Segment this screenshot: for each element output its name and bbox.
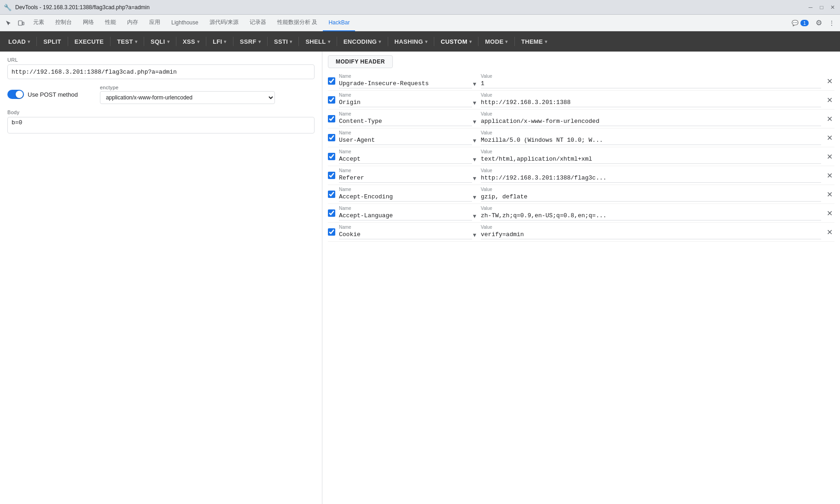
header-name-input-4[interactable]	[339, 155, 472, 164]
header-name-input-3[interactable]	[339, 136, 472, 145]
svg-rect-0	[18, 21, 22, 25]
header-name-dropdown-7[interactable]: ▾	[472, 212, 477, 220]
hashing-button[interactable]: HASHING ▾	[390, 34, 432, 49]
header-name-dropdown-6[interactable]: ▾	[472, 193, 477, 201]
header-checkbox-8[interactable]	[328, 228, 335, 236]
test-button[interactable]: TEST ▾	[112, 34, 142, 49]
header-value-input-3[interactable]	[481, 136, 821, 145]
theme-button[interactable]: THEME ▾	[517, 34, 552, 49]
load-button[interactable]: LOAD ▾	[4, 34, 35, 49]
execute-button[interactable]: EXECUTE	[70, 34, 109, 49]
header-name-dropdown-2[interactable]: ▾	[472, 118, 477, 125]
custom-button[interactable]: CUSTOM ▾	[436, 34, 476, 49]
settings-button[interactable]: ⚙	[812, 17, 825, 29]
header-checkbox-1[interactable]	[328, 96, 335, 104]
header-name-label-2: Name	[339, 111, 477, 116]
header-row: Name ▾ Value ✕	[328, 185, 834, 204]
header-name-input-2[interactable]	[339, 117, 472, 126]
header-delete-button-3[interactable]: ✕	[825, 133, 834, 142]
device-icon[interactable]	[15, 17, 28, 29]
minimize-button[interactable]: ─	[807, 4, 814, 11]
close-button[interactable]: ✕	[829, 4, 836, 11]
header-name-dropdown-8[interactable]: ▾	[472, 231, 477, 238]
more-options-icon[interactable]: ⋮	[825, 17, 838, 29]
tab-console[interactable]: 控制台	[50, 15, 77, 31]
header-name-input-1[interactable]	[339, 98, 472, 107]
header-checkbox-5[interactable]	[328, 172, 335, 179]
tab-recorder[interactable]: 记录器	[244, 15, 272, 31]
header-delete-button-4[interactable]: ✕	[825, 152, 834, 161]
enctype-select[interactable]: application/x-www-form-urlencoded multip…	[100, 91, 275, 104]
header-name-col-1: Name ▾	[339, 93, 477, 107]
ssrf-arrow-icon: ▾	[258, 39, 261, 44]
header-value-input-2[interactable]	[481, 117, 821, 126]
post-toggle[interactable]	[7, 90, 24, 99]
header-value-input-4[interactable]	[481, 155, 821, 164]
header-value-input-8[interactable]	[481, 230, 821, 239]
ssti-button[interactable]: SSTI ▾	[269, 34, 297, 49]
header-name-input-6[interactable]	[339, 192, 472, 202]
sqli-button[interactable]: SQLI ▾	[146, 34, 174, 49]
header-name-input-0[interactable]	[339, 79, 472, 88]
header-checkbox-7[interactable]	[328, 209, 335, 217]
toolbar-separator-6	[206, 37, 206, 46]
header-name-col-8: Name ▾	[339, 225, 477, 239]
header-delete-button-2[interactable]: ✕	[825, 115, 834, 123]
title-bar-controls: ─ □ ✕	[807, 4, 836, 11]
modify-header-button[interactable]: MODIFY HEADER	[328, 55, 393, 68]
lfi-button[interactable]: LFI ▾	[208, 34, 231, 49]
tab-performance[interactable]: 性能	[99, 15, 122, 31]
post-toggle-label: Use POST method	[28, 91, 78, 98]
ssrf-button[interactable]: SSRF ▾	[235, 34, 265, 49]
header-name-dropdown-5[interactable]: ▾	[472, 174, 477, 182]
tab-hackbar[interactable]: HackBar	[323, 15, 355, 31]
header-name-input-8[interactable]	[339, 230, 472, 239]
shell-button[interactable]: SHELL ▾	[301, 34, 334, 49]
header-checkbox-3[interactable]	[328, 134, 335, 141]
header-value-input-7[interactable]	[481, 211, 821, 220]
header-value-label-2: Value	[481, 111, 821, 116]
header-name-dropdown-0[interactable]: ▾	[472, 80, 477, 87]
url-input[interactable]	[7, 64, 315, 79]
tab-elements[interactable]: 元素	[28, 15, 50, 31]
header-name-input-5[interactable]	[339, 174, 472, 183]
header-value-input-1[interactable]	[481, 98, 821, 107]
header-name-dropdown-4[interactable]: ▾	[472, 156, 477, 163]
header-delete-button-6[interactable]: ✕	[825, 190, 834, 199]
header-name-col-6: Name ▾	[339, 187, 477, 202]
encoding-button[interactable]: ENCODING ▾	[339, 34, 386, 49]
header-checkbox-0[interactable]	[328, 77, 335, 85]
tab-perf-insights[interactable]: 性能数据分析 及	[272, 15, 323, 31]
maximize-button[interactable]: □	[818, 4, 825, 11]
mode-button[interactable]: MODE ▾	[480, 34, 513, 49]
xss-button[interactable]: XSS ▾	[178, 34, 204, 49]
header-checkbox-2[interactable]	[328, 115, 335, 122]
inspect-icon[interactable]	[2, 17, 15, 29]
header-value-input-0[interactable]	[481, 79, 821, 88]
tab-memory[interactable]: 内存	[122, 15, 144, 31]
header-delete-button-0[interactable]: ✕	[825, 77, 834, 86]
header-checkbox-6[interactable]	[328, 191, 335, 198]
header-value-input-5[interactable]	[481, 174, 821, 183]
tab-sources[interactable]: 源代码/来源	[204, 15, 244, 31]
header-name-dropdown-3[interactable]: ▾	[472, 137, 477, 144]
tab-application[interactable]: 应用	[144, 15, 166, 31]
header-name-dropdown-1[interactable]: ▾	[472, 99, 477, 106]
header-delete-button-8[interactable]: ✕	[825, 228, 834, 237]
toolbar-separator-13	[478, 37, 478, 46]
header-value-col-4: Value	[481, 149, 821, 164]
toolbar-separator-5	[176, 37, 176, 46]
header-value-input-6[interactable]	[481, 192, 821, 202]
header-checkbox-4[interactable]	[328, 153, 335, 160]
split-button[interactable]: SPLIT	[39, 34, 65, 49]
header-name-input-7[interactable]	[339, 211, 472, 220]
header-value-col-7: Value	[481, 206, 821, 220]
body-input[interactable]	[7, 117, 315, 133]
header-delete-button-1[interactable]: ✕	[825, 96, 834, 104]
header-name-label-7: Name	[339, 206, 477, 211]
header-delete-button-7[interactable]: ✕	[825, 209, 834, 218]
tab-network[interactable]: 网络	[77, 15, 99, 31]
tab-lighthouse[interactable]: Lighthouse	[166, 15, 204, 31]
hackbar-toolbar: LOAD ▾ SPLIT EXECUTE TEST ▾ SQLI ▾ XSS ▾…	[0, 31, 840, 52]
header-delete-button-5[interactable]: ✕	[825, 171, 834, 180]
